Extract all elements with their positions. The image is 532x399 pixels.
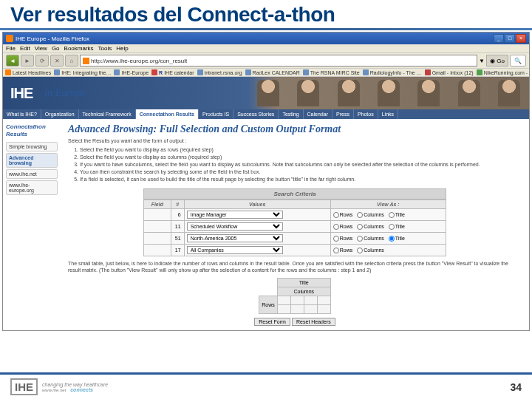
preview-area: Title Columns Rows Reset Form Reset Head…: [68, 278, 522, 326]
footer-ihe-logo: IHE: [10, 378, 38, 395]
value-select[interactable]: Image Manager: [187, 211, 283, 219]
radio-title[interactable]: [389, 224, 395, 230]
row-id: 11: [171, 221, 184, 233]
sidenav-simple-browsing[interactable]: Simple browsing: [6, 142, 58, 151]
page-number: 34: [510, 381, 522, 393]
menu-help[interactable]: Help: [116, 45, 128, 52]
nav-products-is[interactable]: Products IS: [199, 109, 233, 119]
menu-go[interactable]: Go: [52, 45, 60, 52]
radio-rows[interactable]: [333, 236, 339, 242]
step-5: If a field is selected, it can be used t…: [80, 176, 522, 183]
radio-rows[interactable]: [333, 212, 339, 218]
preview-rows: Rows: [259, 296, 278, 314]
nav-press[interactable]: Press: [332, 109, 354, 119]
cal-icon: [151, 69, 157, 75]
th-values: Values: [184, 200, 330, 209]
menu-tools[interactable]: Tools: [98, 45, 112, 52]
instruction-steps: Select the field you want to display as …: [68, 146, 522, 183]
site-banner: IHE in Europe: [3, 77, 529, 109]
bookmark-item[interactable]: RadLex CALENDAR: [245, 69, 300, 75]
menubar: File Edit View Go Bookmarks Tools Help: [3, 44, 529, 53]
page-icon: [363, 69, 369, 75]
radio-rows[interactable]: [333, 248, 339, 253]
main-area: Advanced Browsing: Full Selection and Cu…: [61, 119, 529, 330]
bookmark-item[interactable]: IHE-Europe: [114, 69, 149, 75]
banner-photo: [248, 77, 529, 109]
radio-columns[interactable]: [357, 224, 363, 230]
bookmark-item[interactable]: Gmail - Inbox (12): [425, 69, 474, 75]
close-button[interactable]: ×: [516, 34, 526, 43]
go-button[interactable]: ◉ Go: [486, 55, 508, 66]
search-criteria-box: Search Criteria Field # Values View As :…: [143, 188, 446, 256]
radio-columns[interactable]: [357, 212, 363, 218]
bookmark-item[interactable]: RadiologyInfo - The …: [363, 69, 422, 75]
step-3: If you want to have subcolumns, select t…: [80, 161, 522, 168]
sidenav-advanced-browsing[interactable]: Advanced browsing: [6, 153, 58, 168]
nav-photos[interactable]: Photos: [354, 109, 378, 119]
bookmark-item[interactable]: Latest Headlines: [5, 69, 51, 75]
bookmark-item[interactable]: intranet.rsna.org: [197, 69, 242, 75]
menu-view[interactable]: View: [35, 45, 47, 52]
nav-connectathon-results[interactable]: Connectathon Results: [136, 109, 199, 119]
title-underline: [0, 28, 532, 30]
value-select[interactable]: All Companies: [187, 246, 283, 254]
window-titlebar: IHE Europe - Mozilla Firefox _ □ ×: [3, 33, 529, 44]
criteria-title: Search Criteria: [143, 188, 446, 200]
criteria-row: 6 Image Manager Rows Columns Title: [144, 209, 446, 221]
back-button[interactable]: ◄: [6, 55, 19, 66]
nav-calendar[interactable]: Calendar: [304, 109, 332, 119]
reload-button[interactable]: ⟳: [35, 55, 49, 66]
nav-technical-framework[interactable]: Technical Framework: [79, 109, 136, 119]
step-1: Select the field you want to display as …: [80, 146, 522, 153]
nav-organization[interactable]: Organization: [41, 109, 79, 119]
preview-grid: Title Columns Rows: [259, 278, 331, 314]
criteria-row: 11 Scheduled Workflow Rows Columns Title: [144, 221, 446, 233]
browser-window: IHE Europe - Mozilla Firefox _ □ × File …: [2, 32, 530, 331]
page-icon: [477, 69, 482, 75]
menu-file[interactable]: File: [6, 45, 16, 52]
side-nav: Connectathon Results Simple browsing Adv…: [3, 119, 61, 330]
radio-rows[interactable]: [333, 224, 339, 230]
reset-headers-button[interactable]: Reset Headers: [292, 318, 335, 326]
bookmark-item[interactable]: The RSNA MIRC Site: [303, 69, 360, 75]
bookmark-item[interactable]: R IHE calendar: [151, 69, 194, 75]
home-button[interactable]: ⌂: [65, 55, 78, 66]
firefox-icon: [6, 35, 13, 42]
nav-testing[interactable]: Testing: [279, 109, 303, 119]
forward-button[interactable]: ►: [21, 55, 34, 66]
radio-title[interactable]: [389, 212, 395, 218]
nav-what-is-ihe[interactable]: What is IHE?: [3, 109, 41, 119]
bookmark-item[interactable]: IHE: Integrating the…: [54, 69, 111, 75]
note-text: The small table, just below, is here to …: [68, 261, 522, 273]
favicon-icon: [83, 58, 89, 64]
minimize-button[interactable]: _: [494, 34, 504, 43]
gmail-icon: [425, 69, 431, 75]
row-id: 51: [171, 233, 184, 245]
maximize-button[interactable]: □: [505, 34, 515, 43]
stop-button[interactable]: ✕: [50, 55, 64, 66]
sidenav-ihe-europe[interactable]: www.ihe-europe.org: [6, 180, 58, 195]
menu-bookmarks[interactable]: Bookmarks: [64, 45, 94, 52]
radio-title[interactable]: [389, 236, 395, 242]
bookmark-item[interactable]: NikeRunning.com - t…: [477, 69, 529, 75]
row-id: 6: [171, 209, 184, 221]
footer-tagline: changing the way healthcare www.ihe.net …: [42, 382, 108, 392]
radio-columns[interactable]: [357, 236, 363, 242]
value-select[interactable]: North-America 2005: [187, 234, 283, 242]
radio-columns[interactable]: [357, 248, 363, 253]
reset-form-button[interactable]: Reset Form: [254, 318, 290, 326]
th-field: Field: [144, 200, 171, 209]
row-id: 17: [171, 245, 184, 256]
menu-edit[interactable]: Edit: [20, 45, 30, 52]
nav-success-stories[interactable]: Success Stories: [233, 109, 279, 119]
url-text: http://www.ihe-europe.org/con_result: [91, 58, 187, 64]
nav-toolbar: ◄ ► ⟳ ✕ ⌂ http://www.ihe-europe.org/con_…: [3, 53, 529, 69]
window-title: IHE Europe - Mozilla Firefox: [16, 35, 89, 42]
nav-links[interactable]: Links: [378, 109, 398, 119]
ihe-logo: IHE: [10, 85, 33, 102]
sidenav-ihe-net[interactable]: www.ihe.net: [6, 169, 58, 179]
url-bar[interactable]: http://www.ihe-europe.org/con_result: [80, 55, 477, 66]
search-engine-icon[interactable]: 🔍: [510, 55, 526, 66]
value-select[interactable]: Scheduled Workflow: [187, 222, 283, 231]
th-viewas: View As :: [330, 200, 446, 209]
